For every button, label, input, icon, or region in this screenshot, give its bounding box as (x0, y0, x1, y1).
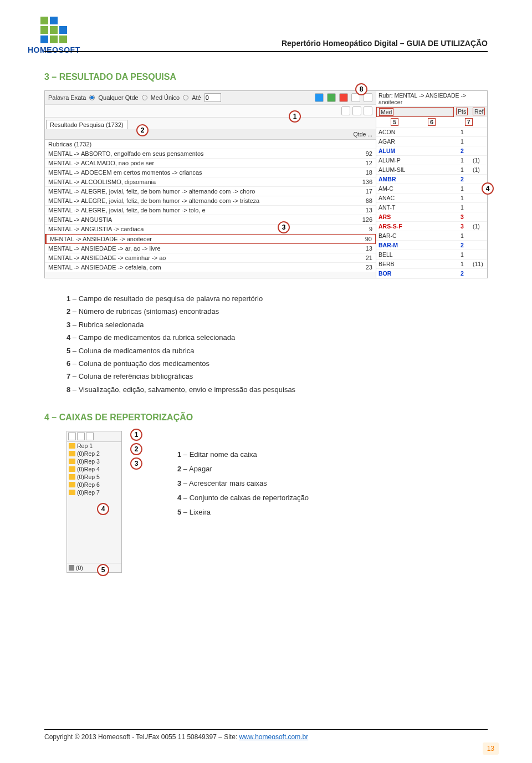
logo-text: HOMEOSOFT (28, 45, 80, 54)
toolbar-btn-3[interactable] (339, 93, 348, 102)
med-name: BELL (376, 250, 454, 259)
med-row[interactable]: ACON1 (376, 127, 487, 136)
result-row[interactable]: MENTAL -> ABSORTO, engolfado em seus pen… (45, 149, 376, 159)
rep-item[interactable]: (0)Rep 3 (67, 457, 121, 465)
rep-item[interactable]: (0)Rep 2 (67, 450, 121, 457)
callout-3: 3 (278, 221, 290, 233)
result-row[interactable]: MENTAL -> ANSIEDADE -> ar, ao -> livre13 (45, 244, 376, 253)
radio-medunico[interactable] (142, 95, 147, 100)
result-row[interactable]: MENTAL -> ALEGRE, jovial, feliz, de bom … (45, 206, 376, 215)
med-panel: Rubr: MENTAL -> ANSIEDADE -> anoitecer M… (376, 91, 487, 278)
footer-link[interactable]: www.homeosoft.com.br (239, 733, 309, 741)
row-text: MENTAL -> ALEGRE, jovial, feliz, de bom … (45, 187, 348, 196)
result-list: Rubricas (1732)MENTAL -> ABSORTO, engolf… (45, 140, 376, 272)
med-name: ANAC (376, 193, 454, 202)
ref-col: Ref (473, 108, 485, 115)
row-qty: 12 (348, 159, 376, 167)
rep-item-label: (0)Rep 3 (77, 458, 100, 465)
toolbar-row2 (45, 105, 376, 118)
rep-items: Rep 1(0)Rep 2(0)Rep 3(0)Rep 4(0)Rep 5(0)… (67, 442, 121, 496)
toolbar-btn-1[interactable] (315, 93, 324, 102)
result-row[interactable]: MENTAL -> ALCOOLISMO, dipsomania136 (45, 177, 376, 187)
row-qty: 23 (348, 263, 376, 272)
rep-item-label: Rep 1 (77, 442, 93, 449)
med-row[interactable]: AMBR2 (376, 174, 487, 184)
radio-ate[interactable] (183, 95, 188, 100)
med-ref: (1) (470, 221, 487, 231)
result-row[interactable]: MENTAL -> ALEGRE, jovial, feliz, de bom … (45, 196, 376, 206)
legend-line: 4 – Campo de medicamentos da rubrica sel… (66, 331, 488, 344)
result-row[interactable]: MENTAL -> ADOECEM em certos momentos -> … (45, 168, 376, 177)
tb2-btn-2[interactable] (352, 106, 361, 115)
med-row[interactable]: BOR2 (376, 268, 487, 278)
row-qty: 13 (348, 206, 376, 215)
tb2-btn-1[interactable] (341, 106, 350, 115)
screenshot-results: Palavra Exata Qualquer Qtde Med Único At… (44, 90, 488, 278)
result-row[interactable]: MENTAL -> ANGUSTIA -> cardiaca9 (45, 225, 376, 234)
med-pts: 2 (454, 146, 470, 155)
toolbar-btn-2[interactable] (327, 93, 336, 102)
rep-item[interactable]: (0)Rep 6 (67, 481, 121, 489)
med-headers: Med Pts Ref (376, 107, 487, 117)
row-text: MENTAL -> ALEGRE, jovial, feliz, de bom … (45, 206, 348, 215)
callout-5-box: 5 (391, 118, 398, 126)
ate-input[interactable] (204, 93, 221, 102)
rep-callout-2: 2 (130, 443, 142, 455)
med-row[interactable]: BELL1 (376, 250, 487, 259)
result-row[interactable]: MENTAL -> ANGUSTIA126 (45, 215, 376, 225)
med-row[interactable]: ALUM-P1(1) (376, 155, 487, 165)
row-qty: 126 (348, 215, 376, 224)
med-pts: 1 (454, 155, 470, 165)
result-row[interactable]: MENTAL -> ANSIEDADE -> cefaleia, com23 (45, 263, 376, 272)
tb2-btn-3[interactable] (364, 106, 372, 115)
row-text: MENTAL -> ANSIEDADE -> ar, ao -> livre (45, 244, 348, 253)
rep-callout-5: 5 (97, 564, 109, 576)
result-row[interactable]: Rubricas (1732) (45, 140, 376, 149)
result-row[interactable]: MENTAL -> ALEGRE, jovial, feliz, de bom … (45, 187, 376, 196)
med-row[interactable]: BAR-M2 (376, 240, 487, 250)
med-row[interactable]: ALUM-SIL1(1) (376, 165, 487, 174)
row-text: MENTAL -> ABSORTO, engolfado em seus pen… (45, 149, 348, 158)
med-ref (470, 202, 487, 212)
result-tab[interactable]: Resultado Pesquisa (1732) (46, 120, 127, 129)
med-ref (470, 193, 487, 202)
callout-4: 4 (482, 182, 494, 195)
result-row[interactable]: MENTAL -> ANSIEDADE -> anoitecer90 (45, 234, 376, 244)
rep-tb-btn[interactable] (77, 433, 85, 440)
med-row[interactable]: ANAC1 (376, 193, 487, 202)
rep-tb-btn[interactable] (68, 433, 76, 440)
row-qty: 92 (348, 149, 376, 158)
rep-item[interactable]: (0)Rep 4 (67, 465, 121, 473)
med-row[interactable]: ARS3 (376, 212, 487, 221)
med-row[interactable]: ANT-T1 (376, 202, 487, 212)
med-name: BOR (376, 268, 454, 278)
toolbar-btn-5[interactable] (364, 93, 372, 102)
search-toolbar: Palavra Exata Qualquer Qtde Med Único At… (45, 91, 376, 105)
med-row[interactable]: BAR-C1 (376, 231, 487, 240)
rep-item-label: (0)Rep 2 (77, 450, 100, 457)
callout-8: 8 (355, 83, 367, 95)
rep-tb-btn[interactable] (86, 433, 94, 440)
rep-trash[interactable]: (0) (67, 563, 121, 572)
med-pts: 1 (454, 127, 470, 136)
rep-item[interactable]: (0)Rep 7 (67, 489, 121, 496)
med-ref (470, 174, 487, 184)
med-name: ALUM-P (376, 155, 454, 165)
med-row[interactable]: ARS-S-F3(1) (376, 221, 487, 231)
rep-item[interactable]: (0)Rep 5 (67, 473, 121, 481)
result-row[interactable]: MENTAL -> ANSIEDADE -> caminhar -> ao21 (45, 253, 376, 263)
med-name: BERB (376, 259, 454, 268)
med-row[interactable]: AGAR1 (376, 136, 487, 146)
result-row[interactable]: MENTAL -> ACALMADO, nao pode ser12 (45, 159, 376, 168)
med-ref (470, 240, 487, 250)
legend-line: 4 – Conjunto de caixas de repertorização (177, 491, 309, 505)
med-row[interactable]: AM-C1 (376, 184, 487, 193)
radio-qualquer[interactable] (89, 95, 95, 100)
med-row[interactable]: BERB1(11) (376, 259, 487, 268)
med-row[interactable]: ALUM2 (376, 146, 487, 155)
med-list: ACON1AGAR1ALUM2ALUM-P1(1)ALUM-SIL1(1)AMB… (376, 127, 487, 278)
rep-item[interactable]: Rep 1 (67, 442, 121, 450)
logo-squares (40, 17, 67, 43)
med-pts: 1 (454, 184, 470, 193)
rep-toolbar (67, 431, 121, 442)
